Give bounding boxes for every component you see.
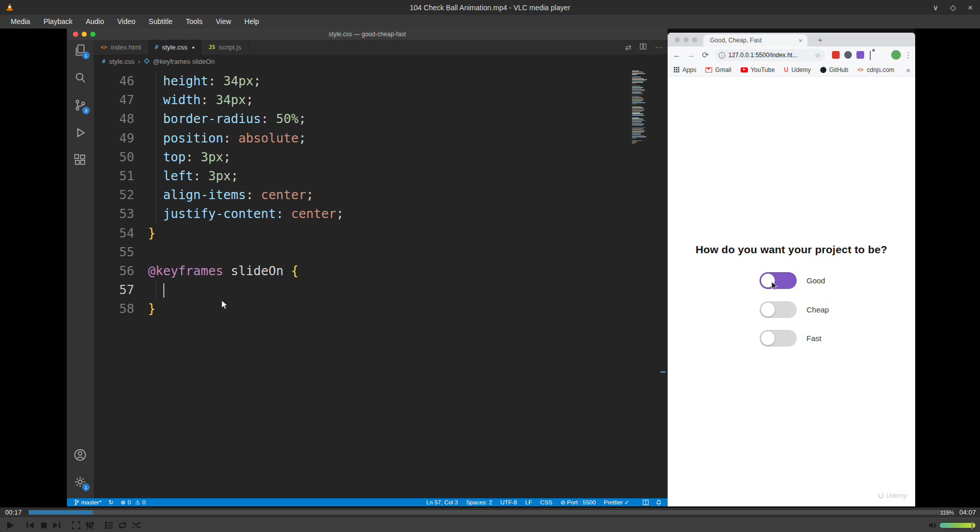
- menu-media[interactable]: Media: [4, 15, 37, 29]
- code-editor[interactable]: 46 height: 34px;47 width: 34px;48 border…: [94, 68, 668, 498]
- notifications-bell-icon[interactable]: [656, 499, 662, 505]
- seek-slider[interactable]: [29, 510, 950, 515]
- minimap-line: [632, 121, 642, 122]
- extension-circle-icon[interactable]: [844, 51, 852, 59]
- editor-tab-script.js[interactable]: JSscript.js: [202, 40, 248, 55]
- code-line[interactable]: 53 justify-content: center;: [94, 204, 668, 223]
- toggle-fast[interactable]: [760, 330, 797, 347]
- traffic-light-minimize[interactable]: [683, 37, 689, 42]
- explorer-icon[interactable]: 1: [73, 43, 87, 57]
- shuffle-button[interactable]: [131, 520, 141, 530]
- menu-subtitle[interactable]: Subtitle: [142, 15, 179, 29]
- toggle-cheap[interactable]: [760, 301, 797, 318]
- editor-layout-icon[interactable]: [643, 499, 649, 505]
- browser-menu-icon[interactable]: ⋮: [904, 46, 912, 63]
- compare-changes-icon[interactable]: ⇄: [625, 43, 631, 52]
- status-item[interactable]: ⊘ Port : 5500: [560, 499, 596, 506]
- site-info-icon[interactable]: i: [719, 52, 725, 59]
- bookmark-star-icon[interactable]: ☆: [815, 52, 821, 59]
- traffic-light-zoom[interactable]: [90, 32, 95, 37]
- menu-video[interactable]: Video: [111, 15, 142, 29]
- video-area[interactable]: style.css — good-cheap-fast <>index.html…: [0, 29, 980, 507]
- traffic-light-minimize[interactable]: [82, 32, 87, 37]
- volume-handle[interactable]: [971, 521, 973, 530]
- code-line[interactable]: 47 width: 34px;: [94, 90, 668, 109]
- split-editor-icon[interactable]: [640, 43, 647, 52]
- new-tab-button[interactable]: +: [815, 34, 826, 45]
- traffic-light-close[interactable]: [73, 32, 78, 37]
- bookmark-github[interactable]: GitHub: [820, 66, 848, 74]
- code-line[interactable]: 57: [94, 280, 668, 299]
- forward-button[interactable]: →: [686, 46, 696, 63]
- more-actions-icon[interactable]: ⋯: [655, 43, 663, 52]
- sync-icon[interactable]: ↻: [109, 499, 114, 506]
- search-icon[interactable]: [73, 70, 87, 85]
- status-item[interactable]: Prettier ✓: [604, 499, 629, 506]
- breadcrumb-file[interactable]: style.css: [109, 58, 135, 65]
- status-item[interactable]: CSS: [540, 499, 552, 505]
- menu-tools[interactable]: Tools: [179, 15, 209, 29]
- status-item[interactable]: Ln 57, Col 3: [426, 499, 458, 505]
- code-line[interactable]: 46 height: 34px;: [94, 71, 668, 90]
- previous-button[interactable]: [25, 520, 35, 530]
- editor-tab-index.html[interactable]: <>index.html: [94, 40, 149, 55]
- code-line[interactable]: 49 position: absolute;: [94, 129, 668, 148]
- next-button[interactable]: [52, 520, 62, 530]
- volume-icon[interactable]: [928, 520, 938, 530]
- tab-close-icon[interactable]: ×: [798, 37, 802, 44]
- run-debug-icon[interactable]: [73, 126, 87, 140]
- extension-shield-icon[interactable]: [832, 51, 840, 59]
- css-file-icon: #: [102, 58, 106, 65]
- stop-button[interactable]: [39, 520, 49, 530]
- code-line[interactable]: 51 left: 3px;: [94, 166, 668, 185]
- menu-view[interactable]: View: [209, 15, 238, 29]
- settings-gear-icon[interactable]: 1: [73, 475, 87, 489]
- play-button[interactable]: [5, 520, 15, 530]
- status-item[interactable]: UTF-8: [500, 499, 517, 505]
- menu-playback[interactable]: Playback: [37, 15, 79, 29]
- extensions-icon[interactable]: [73, 153, 87, 167]
- browser-tab[interactable]: Good, Cheap, Fast ×: [703, 34, 807, 46]
- bookmarks-overflow-icon[interactable]: »: [906, 66, 910, 74]
- minimize-button[interactable]: ∨: [931, 3, 940, 12]
- extension-square-icon[interactable]: [856, 51, 864, 59]
- bookmark-youtube[interactable]: YouTube: [741, 66, 775, 74]
- menu-audio[interactable]: Audio: [79, 15, 111, 29]
- code-line[interactable]: 54}: [94, 224, 668, 243]
- source-control-icon[interactable]: 3: [73, 98, 87, 112]
- line-number: 49: [94, 129, 134, 148]
- reload-button[interactable]: ⟳: [700, 46, 710, 63]
- bookmark-udemy[interactable]: UUdemy: [784, 66, 811, 74]
- git-branch-indicator[interactable]: master*: [74, 499, 102, 505]
- code-line[interactable]: 50 top: 3px;: [94, 148, 668, 166]
- minimap[interactable]: [630, 70, 658, 144]
- bookmark-cdnjs-com[interactable]: <>cdnjs.com: [857, 66, 894, 74]
- bookmark-apps[interactable]: Apps: [674, 66, 696, 74]
- code-line[interactable]: 55: [94, 243, 668, 261]
- code-line[interactable]: 52 align-items: center;: [94, 185, 668, 204]
- extensions-puzzle-icon[interactable]: [870, 51, 871, 60]
- problems-indicator[interactable]: ⊗ 0 ⚠ 0: [120, 499, 145, 506]
- loop-button[interactable]: [117, 520, 128, 530]
- address-bar[interactable]: i 127.0.0.1:5500/index.ht... ☆: [715, 49, 825, 61]
- menu-help[interactable]: Help: [238, 15, 266, 29]
- close-button[interactable]: ×: [966, 3, 975, 12]
- breadcrumb-symbol[interactable]: @keyframes slideOn: [153, 58, 215, 65]
- volume-slider[interactable]: [939, 522, 976, 528]
- editor-tab-style.css[interactable]: #style.css●: [149, 40, 202, 55]
- back-button[interactable]: ←: [672, 46, 682, 63]
- traffic-light-zoom[interactable]: [692, 37, 697, 42]
- status-item[interactable]: Spaces: 2: [466, 499, 492, 505]
- code-line[interactable]: 58}: [94, 299, 668, 318]
- status-item[interactable]: LF: [525, 499, 532, 505]
- maximize-button[interactable]: ◇: [948, 3, 958, 12]
- fullscreen-button[interactable]: [71, 520, 81, 530]
- bookmark-gmail[interactable]: Gmail: [705, 66, 731, 74]
- playlist-button[interactable]: [104, 520, 114, 530]
- profile-avatar[interactable]: [891, 50, 901, 60]
- code-line[interactable]: 48 border-radius: 50%;: [94, 109, 668, 128]
- account-icon[interactable]: [73, 448, 87, 462]
- code-line[interactable]: 56@keyframes slideOn {: [94, 261, 668, 280]
- traffic-light-close[interactable]: [675, 37, 680, 42]
- extended-settings-button[interactable]: [85, 520, 95, 530]
